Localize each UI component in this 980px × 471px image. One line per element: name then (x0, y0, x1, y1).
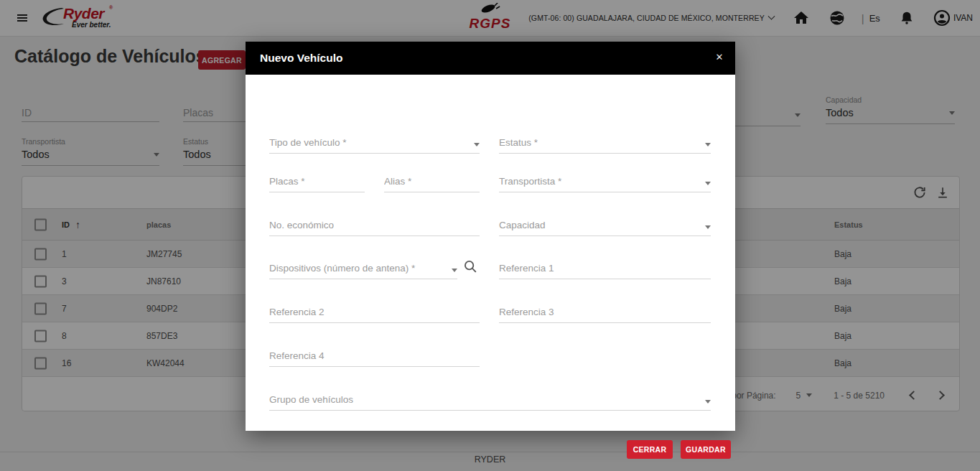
no-economico-field (269, 215, 480, 236)
dropdown-arrow-icon (474, 143, 480, 146)
placas-field (269, 171, 365, 192)
referencia3-field (499, 302, 711, 323)
alias-input[interactable] (384, 176, 480, 192)
placas-input[interactable] (269, 176, 365, 192)
close-icon[interactable]: ✕ (712, 50, 727, 65)
dropdown-arrow-icon (705, 400, 711, 404)
referencia3-input[interactable] (499, 307, 711, 322)
grupo-vehiculos-select[interactable]: Grupo de vehículos (269, 389, 711, 411)
dispositivos-select[interactable]: Dispositivos (número de antena) * (269, 258, 457, 279)
referencia2-input[interactable] (269, 307, 480, 322)
capacidad-select[interactable]: Capacidad (499, 215, 711, 236)
dropdown-arrow-icon (452, 269, 457, 272)
estatus-select[interactable]: Estatus * (499, 132, 711, 154)
dropdown-arrow-icon (705, 143, 711, 146)
modal-header: Nuevo Vehículo ✕ (246, 42, 735, 75)
cerrar-button[interactable]: CERRAR (627, 440, 673, 459)
transportista-select[interactable]: Transportista * (499, 171, 711, 192)
guardar-button[interactable]: GUARDAR (681, 440, 731, 459)
search-device-icon[interactable] (461, 258, 480, 276)
referencia4-field (269, 345, 480, 367)
tipo-vehiculo-select[interactable]: Tipo de vehículo * (269, 132, 480, 154)
alias-field (384, 171, 480, 192)
modal-body: Tipo de vehículo * Estatus * Transportis… (246, 75, 735, 431)
app-root: Ryder ® Ever better. RGPS (GMT-06: 00) G… (0, 0, 980, 471)
dropdown-arrow-icon (705, 225, 711, 229)
referencia2-field (269, 302, 480, 323)
modal-title: Nuevo Vehículo (260, 52, 342, 65)
new-vehicle-modal: Nuevo Vehículo ✕ Tipo de vehículo * Esta… (246, 42, 735, 431)
referencia1-field (499, 258, 711, 279)
no-economico-input[interactable] (269, 220, 480, 236)
referencia4-input[interactable] (269, 350, 480, 366)
dropdown-arrow-icon (705, 182, 711, 185)
referencia1-input[interactable] (499, 263, 711, 279)
